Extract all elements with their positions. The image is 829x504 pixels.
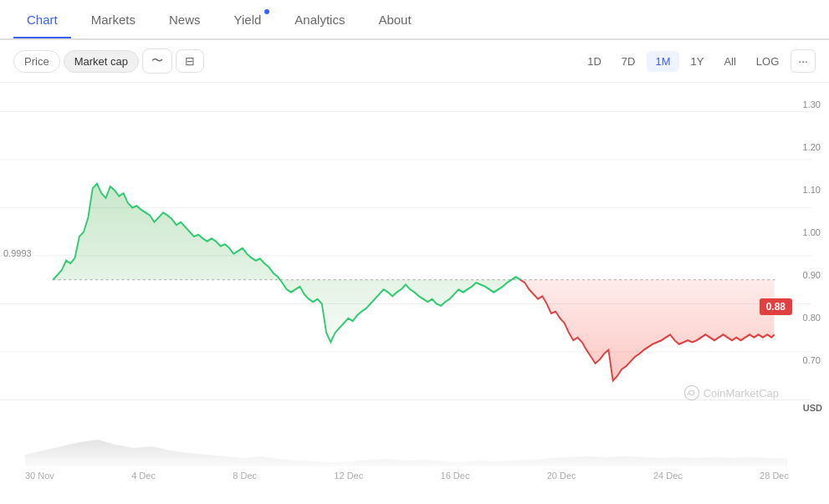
watermark-text: CoinMarketCap [704,387,779,400]
line-icon: 〜 [151,53,163,69]
nav-item-yield[interactable]: Yield [221,3,275,38]
reference-price-value: 0.9993 [3,248,32,258]
current-price-value: 0.88 [766,301,786,313]
watermark: CoinMarketCap [684,385,779,400]
volume-chart-svg [25,421,787,467]
y-axis-labels: 1.30 1.20 1.10 1.00 0.90 0.80 0.70 [803,99,821,365]
nav-label-chart: Chart [27,13,58,27]
toolbar-left-section: Price Market cap 〜 ⊟ [13,48,572,74]
chart-toolbar: Price Market cap 〜 ⊟ 1D 7D 1M 1Y All LOG… [0,40,829,83]
market-cap-button[interactable]: Market cap [64,50,139,73]
nav-item-news[interactable]: News [156,3,214,38]
log-scale-button[interactable]: LOG [748,51,787,72]
yield-dot-indicator [264,9,269,14]
top-navigation: Chart Markets News Yield Analytics About [0,0,829,40]
time-7d-button[interactable]: 7D [613,51,644,72]
x-axis-labels: 30 Nov 4 Dec 8 Dec 12 Dec 16 Dec 20 Dec … [0,467,829,481]
currency-label: USD [803,403,822,413]
nav-item-chart[interactable]: Chart [13,3,71,38]
nav-label-yield: Yield [234,13,262,27]
nav-item-analytics[interactable]: Analytics [281,3,358,38]
svg-point-8 [684,385,699,400]
time-1y-button[interactable]: 1Y [683,51,713,72]
time-1m-button[interactable]: 1M [647,51,678,72]
nav-item-about[interactable]: About [365,3,424,38]
price-button[interactable]: Price [13,50,60,73]
candle-icon: ⊟ [185,54,195,68]
nav-label-about: About [378,13,411,27]
current-price-badge: 0.88 [760,298,792,315]
nav-label-analytics: Analytics [294,13,345,27]
price-chart-svg [0,83,829,467]
time-all-button[interactable]: All [715,51,744,72]
line-chart-button[interactable]: 〜 [142,48,172,74]
nav-label-news: News [169,13,201,27]
time-1d-button[interactable]: 1D [579,51,610,72]
nav-item-markets[interactable]: Markets [78,3,149,38]
toolbar-right-section: 1D 7D 1M 1Y All LOG ··· [579,49,816,73]
coinmarketcap-logo: CoinMarketCap [684,385,779,400]
nav-label-markets: Markets [91,13,136,27]
reference-price-label: 0.9993 [3,248,32,258]
volume-chart-area [25,421,787,467]
chart-container: 0.9993 0.88 1.30 1.20 1.10 1.00 0.90 0.8… [0,83,829,467]
candle-chart-button[interactable]: ⊟ [176,49,204,73]
more-options-button[interactable]: ··· [791,49,816,73]
